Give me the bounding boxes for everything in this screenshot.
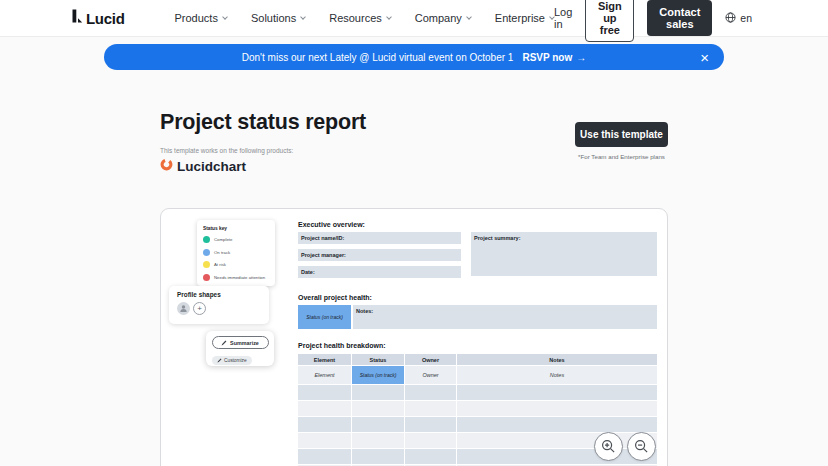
empty-cell[interactable]	[298, 385, 351, 400]
nav-item-label: Products	[175, 12, 218, 24]
document-body: Executive overview: Project name/ID:Proj…	[298, 221, 657, 466]
cell-owner[interactable]: Owner	[405, 366, 456, 384]
plans-note: *For Team and Enterprise plans	[575, 153, 668, 160]
empty-cell[interactable]	[352, 401, 404, 416]
empty-cell[interactable]	[405, 401, 456, 416]
status-key-card: Status key Complete On track At risk Nee…	[197, 220, 275, 286]
signup-button[interactable]: Sign up free	[585, 0, 634, 42]
exec-left-column: Project name/ID:Project manager:Date:	[298, 232, 461, 283]
lucidchart-logo-text: Lucidchart	[177, 159, 246, 174]
products-note: This template works on the following pro…	[160, 147, 293, 154]
language-selector[interactable]: en	[725, 12, 752, 25]
ai-tools-card: Summarize Customize	[206, 331, 274, 366]
empty-cell[interactable]	[298, 433, 351, 448]
col-header-element: Element	[298, 354, 351, 365]
zoom-in-button[interactable]	[594, 432, 623, 461]
customize-label: Customize	[224, 358, 247, 363]
empty-cell[interactable]	[405, 417, 456, 432]
breakdown-title: Project health breakdown:	[298, 342, 657, 349]
zoom-out-button[interactable]	[627, 432, 656, 461]
banner-rsvp-label: RSVP now	[522, 52, 572, 63]
exec-overview-title: Executive overview:	[298, 221, 657, 228]
contact-sales-button[interactable]: Contact sales	[647, 0, 712, 36]
status-dot-icon	[203, 236, 210, 243]
avatar[interactable]	[177, 302, 190, 315]
empty-cell[interactable]	[457, 417, 657, 432]
zoom-in-icon	[601, 439, 616, 454]
empty-cell[interactable]	[457, 385, 657, 400]
pen-icon	[221, 340, 227, 346]
login-link[interactable]: Log in	[554, 6, 572, 30]
form-field[interactable]: Date:	[298, 266, 461, 278]
table-header-row: Element Status Owner Notes	[298, 354, 657, 365]
lucid-logo-text: Lucid	[86, 10, 125, 27]
empty-cell[interactable]	[298, 417, 351, 432]
status-key-label: Needs immediate attention	[214, 275, 265, 280]
empty-cell[interactable]	[457, 401, 657, 416]
form-field[interactable]: Project manager:	[298, 249, 461, 261]
banner-message: Don't miss our next Lately @ Lucid virtu…	[242, 52, 514, 63]
status-dot-icon	[203, 249, 210, 256]
cell-notes[interactable]: Notes	[457, 366, 657, 384]
globe-icon	[725, 12, 736, 25]
form-field[interactable]: Project name/ID:	[298, 232, 461, 244]
banner-rsvp-link[interactable]: RSVP now →	[522, 52, 586, 63]
chevron-down-icon	[300, 14, 306, 20]
profile-shapes-title: Profile shapes	[177, 291, 261, 298]
lucidchart-logo: Lucidchart	[160, 158, 246, 174]
use-template-button[interactable]: Use this template	[575, 122, 668, 147]
status-key-row: Needs immediate attention	[203, 274, 269, 281]
cell-status[interactable]: Status (on track)	[352, 366, 404, 384]
table-row	[298, 417, 657, 432]
announcement-banner: Don't miss our next Lately @ Lucid virtu…	[104, 44, 724, 70]
overall-health-row: Status (on track) Notes:	[298, 305, 657, 329]
empty-cell[interactable]	[352, 385, 404, 400]
empty-cell[interactable]	[352, 417, 404, 432]
nav-menu-item[interactable]: Solutions	[251, 12, 305, 24]
nav-menu-item[interactable]: Enterprise	[495, 12, 554, 24]
status-key-row: On track	[203, 249, 269, 256]
lucid-logo-icon	[70, 9, 83, 27]
lucidchart-logo-icon	[160, 158, 173, 174]
empty-cell[interactable]	[352, 433, 404, 448]
nav-menu-item[interactable]: Company	[415, 12, 471, 24]
nav-item-label: Solutions	[251, 12, 296, 24]
empty-cell[interactable]	[298, 401, 351, 416]
status-chip[interactable]: Status (on track)	[298, 305, 351, 329]
empty-cell[interactable]	[405, 385, 456, 400]
notes-field[interactable]: Notes:	[353, 305, 657, 329]
lucid-logo[interactable]: Lucid	[70, 9, 125, 27]
status-dot-icon	[203, 274, 210, 281]
person-icon	[179, 304, 188, 313]
customize-chip[interactable]: Customize	[212, 356, 252, 365]
banner-close-icon[interactable]: ×	[700, 50, 709, 65]
empty-cell[interactable]	[298, 449, 351, 464]
empty-cell[interactable]	[405, 433, 456, 448]
empty-cell[interactable]	[405, 449, 456, 464]
status-chip[interactable]: Status (on track)	[352, 366, 404, 384]
nav-actions: Log in Sign up free Contact sales en	[554, 0, 752, 42]
table-row: Element Status (on track) Owner Notes	[298, 366, 657, 384]
empty-cell[interactable]	[352, 449, 404, 464]
nav-menu-item[interactable]: Resources	[329, 12, 391, 24]
arrow-right-icon: →	[576, 52, 586, 63]
nav-item-label: Enterprise	[495, 12, 545, 24]
summarize-button[interactable]: Summarize	[212, 336, 269, 349]
profile-shapes-circles: +	[177, 302, 261, 315]
chevron-down-icon	[222, 14, 228, 20]
cell-element[interactable]: Element	[298, 366, 351, 384]
nav-item-label: Resources	[329, 12, 382, 24]
status-key-title: Status key	[203, 226, 269, 231]
summarize-label: Summarize	[230, 340, 259, 346]
template-preview[interactable]: Status key Complete On track At risk Nee…	[160, 208, 668, 466]
status-dot-icon	[203, 261, 210, 268]
top-nav: Lucid Products Solutions Resources Compa…	[0, 0, 828, 37]
nav-menu-item[interactable]: Products	[175, 12, 227, 24]
nav-item-label: Company	[415, 12, 462, 24]
col-header-owner: Owner	[405, 354, 456, 365]
page-title: Project status report	[160, 110, 366, 135]
add-profile-button[interactable]: +	[193, 302, 206, 315]
page: Lucid Products Solutions Resources Compa…	[0, 0, 828, 466]
project-summary-field[interactable]: Project summary:	[471, 232, 657, 276]
pen-icon	[217, 358, 222, 363]
